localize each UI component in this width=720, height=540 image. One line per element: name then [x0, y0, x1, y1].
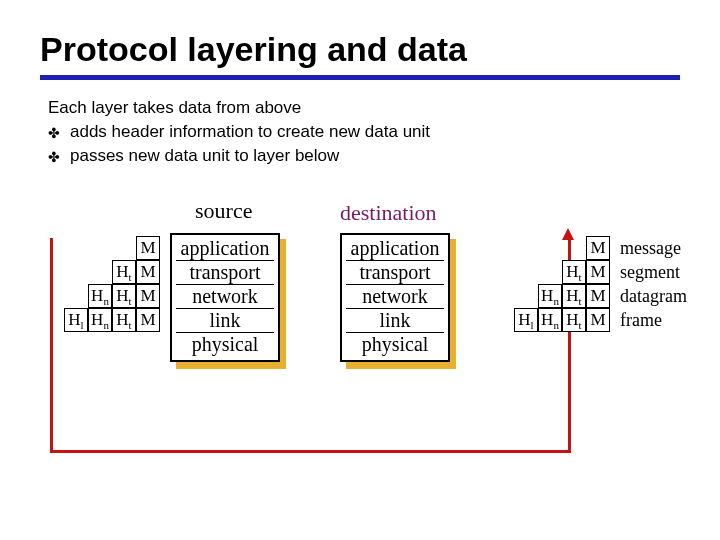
payload-cell: M	[136, 284, 160, 308]
source-data-units: M Ht M Hn Ht M Hl Hn Ht M	[10, 236, 160, 332]
bullet-text: adds header information to create new da…	[70, 122, 430, 142]
layer-name: physical	[176, 333, 274, 356]
payload-cell: M	[136, 260, 160, 284]
layer-name: application	[346, 237, 444, 261]
bullet-text: passes new data unit to layer below	[70, 146, 339, 166]
destination-data-units: M Ht M Hn Ht M Hl Hn Ht M	[460, 236, 610, 332]
payload-cell: M	[586, 308, 610, 332]
layer-name: link	[176, 309, 274, 333]
data-unit-legend: message segment datagram frame	[620, 236, 687, 332]
bullet-item: ✤ adds header information to create new …	[40, 122, 680, 144]
destination-layer-stack: application transport network link physi…	[340, 233, 450, 363]
layer-name: link	[346, 309, 444, 333]
bullet-item: ✤ passes new data unit to layer below	[40, 146, 680, 168]
data-unit-name: segment	[620, 260, 687, 284]
title-underline	[40, 75, 680, 80]
payload-cell: M	[136, 308, 160, 332]
header-cell: Ht	[562, 284, 586, 308]
payload-cell: M	[586, 284, 610, 308]
layer-name: network	[176, 285, 274, 309]
source-label: source	[195, 198, 252, 224]
bullet-icon: ✤	[48, 122, 60, 144]
header-cell: Hn	[538, 284, 562, 308]
data-unit-name: frame	[620, 308, 687, 332]
data-unit-name: datagram	[620, 284, 687, 308]
header-cell: Hl	[64, 308, 88, 332]
header-cell: Ht	[562, 260, 586, 284]
header-cell: Hn	[88, 308, 112, 332]
header-cell: Ht	[562, 308, 586, 332]
header-cell: Hn	[538, 308, 562, 332]
layer-name: network	[346, 285, 444, 309]
destination-label: destination	[340, 200, 437, 226]
payload-cell: M	[136, 236, 160, 260]
slide-title: Protocol layering and data	[40, 30, 680, 69]
bullet-list: ✤ adds header information to create new …	[40, 122, 680, 168]
header-cell: Ht	[112, 284, 136, 308]
bullet-icon: ✤	[48, 146, 60, 168]
path-line	[50, 450, 570, 453]
layer-name: physical	[346, 333, 444, 356]
layer-name: transport	[176, 261, 274, 285]
header-cell: Ht	[112, 260, 136, 284]
data-unit-name: message	[620, 236, 687, 260]
layer-name: transport	[346, 261, 444, 285]
layering-diagram: source destination application transport…	[40, 198, 680, 478]
header-cell: Hl	[514, 308, 538, 332]
header-cell: Ht	[112, 308, 136, 332]
payload-cell: M	[586, 236, 610, 260]
source-layer-stack: application transport network link physi…	[170, 233, 280, 363]
header-cell: Hn	[88, 284, 112, 308]
layer-name: application	[176, 237, 274, 261]
intro-text: Each layer takes data from above	[40, 98, 680, 118]
payload-cell: M	[586, 260, 610, 284]
